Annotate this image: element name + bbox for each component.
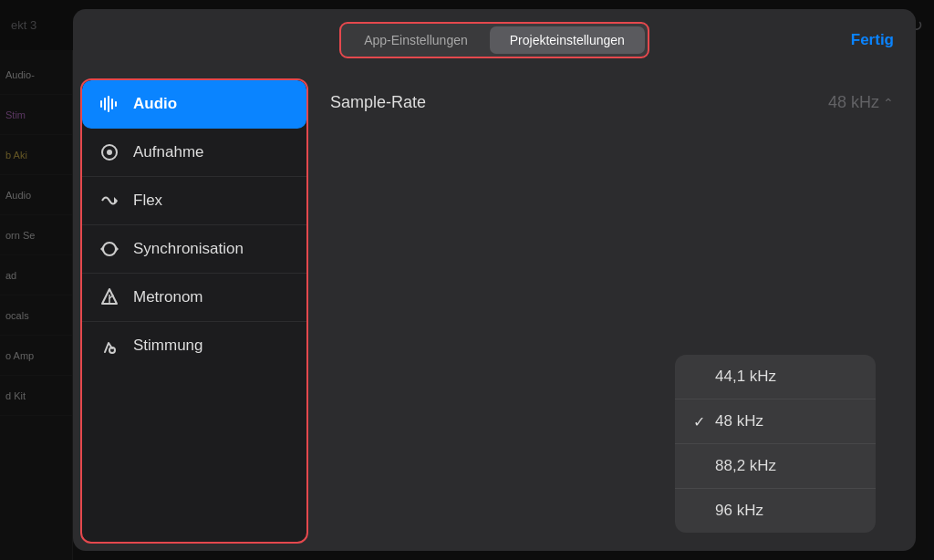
svg-point-6 xyxy=(107,150,112,155)
sidebar-label-aufnahme: Aufnahme xyxy=(133,143,204,161)
svg-rect-4 xyxy=(115,101,117,107)
sidebar-item-stimmung[interactable]: Stimmung xyxy=(82,322,306,369)
sidebar-item-synchronisation[interactable]: Synchronisation xyxy=(82,225,306,274)
check-96: ✓ xyxy=(693,503,708,520)
svg-rect-0 xyxy=(100,100,102,108)
audio-icon xyxy=(99,93,120,115)
sidebar-label-stimmung: Stimmung xyxy=(133,337,203,355)
done-button[interactable]: Fertig xyxy=(851,31,894,49)
sidebar-item-aufnahme[interactable]: Aufnahme xyxy=(82,129,306,177)
chevron-icon: ⌃ xyxy=(883,96,894,110)
svg-rect-1 xyxy=(104,98,106,110)
sidebar-label-flex: Flex xyxy=(133,192,162,210)
dropdown-item-96[interactable]: ✓ 96 kHz xyxy=(675,489,876,533)
tune-icon xyxy=(99,335,120,357)
dropdown-item-882[interactable]: ✓ 88,2 kHz xyxy=(675,444,876,489)
metronom-icon xyxy=(99,286,120,308)
sidebar-item-flex[interactable]: Flex xyxy=(82,177,306,225)
main-content: Sample-Rate 48 kHz ⌃ ✓ 44,1 kHz ✓ 48 kHz xyxy=(308,71,916,551)
svg-point-13 xyxy=(109,347,115,353)
modal-body: Audio Aufnahme xyxy=(73,71,916,551)
sample-rate-row: Sample-Rate 48 kHz ⌃ xyxy=(330,89,894,116)
sidebar-label-synchronisation: Synchronisation xyxy=(133,240,244,258)
segment-control: App-Einstellungen Projekteinstellungen xyxy=(339,22,649,58)
modal-header: App-Einstellungen Projekteinstellungen F… xyxy=(73,9,916,71)
sample-rate-dropdown-wrapper: ✓ 44,1 kHz ✓ 48 kHz ✓ 88,2 kHz ✓ 96 kHz xyxy=(330,130,894,533)
flex-icon xyxy=(99,190,120,212)
svg-rect-3 xyxy=(111,99,113,109)
record-icon xyxy=(99,141,120,163)
dropdown-item-44[interactable]: ✓ 44,1 kHz xyxy=(675,355,876,399)
settings-sidebar: Audio Aufnahme xyxy=(80,78,308,544)
svg-rect-2 xyxy=(108,96,109,112)
dropdown-item-48[interactable]: ✓ 48 kHz xyxy=(675,399,876,444)
sidebar-item-audio[interactable]: Audio xyxy=(82,80,306,129)
sync-icon xyxy=(99,238,120,260)
tab-project-settings[interactable]: Projekteinstellungen xyxy=(490,26,645,54)
settings-modal: App-Einstellungen Projekteinstellungen F… xyxy=(73,9,916,551)
sidebar-label-metronom: Metronom xyxy=(133,288,203,306)
svg-marker-9 xyxy=(100,245,104,253)
check-44: ✓ xyxy=(693,368,708,386)
sample-rate-dropdown: ✓ 44,1 kHz ✓ 48 kHz ✓ 88,2 kHz ✓ 96 kHz xyxy=(675,355,876,533)
sidebar-item-metronom[interactable]: Metronom xyxy=(82,274,306,322)
sample-rate-value[interactable]: 48 kHz ⌃ xyxy=(828,93,894,112)
tab-app-settings[interactable]: App-Einstellungen xyxy=(344,26,488,54)
check-882: ✓ xyxy=(693,458,708,475)
sidebar-label-audio: Audio xyxy=(133,95,177,113)
sample-rate-label: Sample-Rate xyxy=(330,93,426,112)
check-48: ✓ xyxy=(693,413,708,430)
